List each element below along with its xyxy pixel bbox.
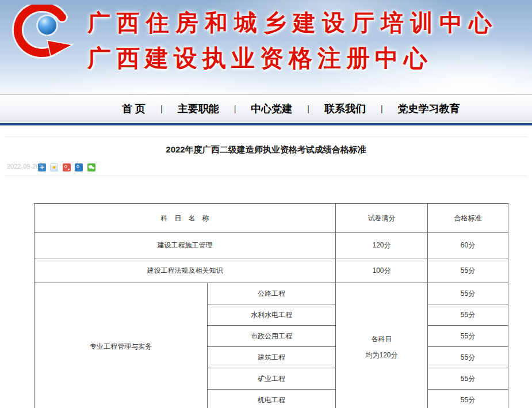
specialty-cell: 机电工程 bbox=[208, 390, 336, 408]
article: 2022年度广西二级建造师执业资格考试成绩合格标准 2022-09-26 + ★… bbox=[5, 136, 527, 408]
favorite-star-icon[interactable]: ★ bbox=[50, 163, 58, 171]
subject-cell: 建设工程法规及相关知识 bbox=[35, 258, 336, 283]
pass-score-cell: 55分 bbox=[428, 304, 508, 326]
pass-score-cell: 55分 bbox=[428, 368, 508, 390]
nav-item-functions[interactable]: 主要职能 bbox=[178, 102, 219, 116]
share-more-icon[interactable]: + bbox=[38, 163, 46, 171]
score-standard-table: 科 目 名 称 试卷满分 合格标准 建设工程施工管理 120分 60分 建设工程… bbox=[34, 203, 508, 408]
table-header-row: 科 目 名 称 试卷满分 合格标准 bbox=[35, 204, 508, 233]
nav-item-contact[interactable]: 联系我们 bbox=[324, 102, 366, 116]
group-full-score-cell: 各科目 均为120分 bbox=[336, 283, 428, 408]
site-title-line2: 广西建设执业资格注册中心 bbox=[87, 43, 498, 74]
subject-cell: 建设工程施工管理 bbox=[35, 233, 336, 258]
nav-separator: | bbox=[234, 104, 236, 113]
site-logo-icon[interactable] bbox=[5, 5, 81, 68]
group-full-score-line1: 各科目 bbox=[336, 335, 427, 343]
site-banner: 广西住房和城乡建设厅培训中心 广西建设执业资格注册中心 bbox=[0, 0, 532, 94]
header-full-score: 试卷满分 bbox=[336, 204, 428, 233]
nav-item-home[interactable]: 首 页 bbox=[122, 102, 146, 116]
pass-score-cell: 60分 bbox=[428, 233, 508, 258]
pass-score-cell: 55分 bbox=[428, 390, 508, 408]
main-nav: 首 页 | 主要职能 | 中心党建 | 联系我们 | 党史学习教育 bbox=[0, 94, 532, 123]
page-title: 2022年度广西二级建造师执业资格考试成绩合格标准 bbox=[5, 137, 527, 155]
qzone-share-icon[interactable] bbox=[75, 163, 83, 171]
site-title: 广西住房和城乡建设厅培训中心 广西建设执业资格注册中心 bbox=[87, 7, 498, 74]
specialty-cell: 建筑工程 bbox=[208, 347, 336, 368]
pass-score-cell: 55分 bbox=[428, 326, 508, 347]
pass-score-cell: 55分 bbox=[428, 258, 508, 283]
wechat-share-icon[interactable] bbox=[87, 163, 95, 171]
table-row: 专业工程管理与实务 公路工程 各科目 均为120分 55分 bbox=[35, 283, 508, 304]
nav-separator: | bbox=[307, 104, 309, 113]
table-row: 建设工程施工管理 120分 60分 bbox=[35, 233, 508, 258]
article-meta: 2022-09-26 + ★ bbox=[5, 161, 527, 176]
table-row: 建设工程法规及相关知识 100分 55分 bbox=[35, 258, 508, 283]
pass-score-cell: 55分 bbox=[428, 283, 508, 304]
nav-item-party-history[interactable]: 党史学习教育 bbox=[398, 102, 460, 116]
nav-separator: | bbox=[381, 104, 383, 113]
nav-item-party-building[interactable]: 中心党建 bbox=[251, 102, 292, 116]
nav-separator: | bbox=[160, 104, 163, 113]
header-pass-score: 合格标准 bbox=[428, 204, 508, 233]
header-subject: 科 目 名 称 bbox=[35, 204, 336, 233]
page: 广西住房和城乡建设厅培训中心 广西建设执业资格注册中心 首 页 | 主要职能 |… bbox=[0, 0, 532, 408]
full-score-cell: 100分 bbox=[336, 258, 428, 283]
specialty-cell: 矿业工程 bbox=[208, 368, 336, 390]
site-title-line1: 广西住房和城乡建设厅培训中心 bbox=[87, 7, 498, 39]
full-score-cell: 120分 bbox=[336, 233, 428, 258]
specialty-cell: 市政公用工程 bbox=[208, 326, 336, 347]
share-toolbar: + ★ bbox=[38, 162, 97, 172]
specialty-cell: 水利水电工程 bbox=[208, 304, 336, 326]
pass-score-cell: 55分 bbox=[428, 347, 508, 368]
weibo-share-icon[interactable] bbox=[63, 163, 71, 171]
nav-divider-bar bbox=[0, 123, 532, 125]
specialty-cell: 公路工程 bbox=[208, 283, 336, 304]
subject-group-cell: 专业工程管理与实务 bbox=[35, 283, 208, 408]
publish-date: 2022-09-26 bbox=[7, 163, 39, 170]
article-header: 2022年度广西二级建造师执业资格考试成绩合格标准 2022-09-26 + ★ bbox=[5, 137, 527, 176]
group-full-score-line2: 均为120分 bbox=[336, 351, 427, 359]
